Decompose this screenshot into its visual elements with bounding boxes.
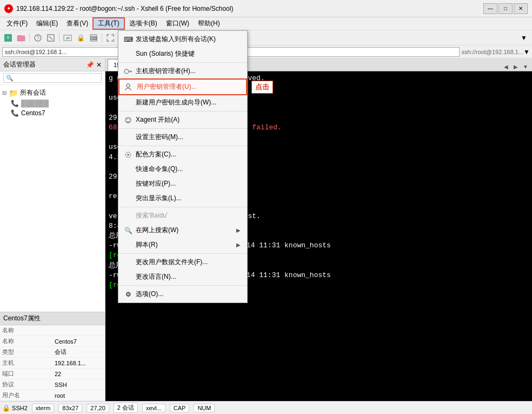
svg-point-21 <box>127 84 130 87</box>
tools-item-change-language-label: 更改语言(N)... <box>136 272 176 281</box>
tools-item-color-scheme-label: 配色方案(C)... <box>136 150 176 159</box>
tools-item-quick-commands[interactable]: 快速命令集(Q)... <box>118 162 247 176</box>
tools-item-new-user-key[interactable]: 新建用户密钥生成向导(W)... <box>118 95 247 110</box>
color-scheme-icon <box>123 150 134 159</box>
new-key-icon <box>123 98 134 107</box>
tools-item-options-label: 选项(O)... <box>136 290 163 299</box>
tools-item-change-user-folder[interactable]: 更改用户数据文件夹(F)... <box>118 255 247 270</box>
tools-item-user-key-manager[interactable]: 用户密钥管理者(U)... 点击 <box>118 78 247 95</box>
baidu-icon <box>123 212 134 220</box>
language-icon <box>123 273 134 281</box>
search-web-icon: 🔍 <box>123 226 134 235</box>
tools-menu: ⌨ 发送键盘输入到所有会话(K) Sun (Solaris) 快捷键 主机密钥管… <box>118 30 248 303</box>
tools-item-xagent[interactable]: Xagent 开始(A) <box>118 113 247 127</box>
tools-item-set-master-password-label: 设置主密码(M)... <box>136 133 183 142</box>
user-key-icon <box>124 83 135 91</box>
svg-point-23 <box>127 119 128 120</box>
sun-icon <box>123 50 134 58</box>
tools-item-quick-commands-label: 快速命令集(Q)... <box>136 165 183 174</box>
tools-item-send-keyboard-label: 发送键盘输入到所有会话(K) <box>136 35 216 44</box>
script-icon <box>123 241 134 249</box>
tools-item-options[interactable]: ⚙ 选项(O)... <box>118 287 247 301</box>
tools-item-host-key-manager[interactable]: 主机密钥管理者(H)... <box>118 64 247 78</box>
tools-item-color-scheme[interactable]: 配色方案(C)... <box>118 147 247 162</box>
tools-item-search-baidu: 搜索'Baidu' <box>118 208 247 223</box>
keyboard-icon: ⌨ <box>123 35 134 44</box>
tools-item-script-label: 脚本(R) <box>136 240 158 249</box>
svg-point-18 <box>124 69 129 74</box>
svg-point-24 <box>129 119 130 120</box>
tools-item-script[interactable]: 脚本(R) ▶ <box>118 238 247 252</box>
tools-item-new-user-key-label: 新建用户密钥生成向导(W)... <box>136 98 216 107</box>
quick-cmd-icon <box>123 165 134 174</box>
svg-point-26 <box>127 154 129 156</box>
click-callout: 点击 <box>251 81 273 94</box>
tools-item-search-web-label: 在网上搜索(W) <box>136 226 178 235</box>
tools-item-search-baidu-label: 搜索'Baidu' <box>136 211 168 220</box>
options-icon: ⚙ <box>123 290 134 299</box>
tools-section-5: 配色方案(C)... 快速命令集(Q)... 按键对应(P)... 突出显示集(… <box>118 146 247 207</box>
tools-item-user-key-manager-label: 用户密钥管理者(U)... <box>137 82 197 91</box>
highlight-icon <box>123 194 134 203</box>
tools-item-change-user-folder-label: 更改用户数据文件夹(F)... <box>136 258 208 267</box>
xagent-icon <box>123 116 134 124</box>
host-key-icon <box>123 67 134 76</box>
search-web-arrow: ▶ <box>236 227 241 233</box>
tools-section-2: 主机密钥管理者(H)... 用户密钥管理者(U)... 点击 新建用户密钥生成向… <box>118 63 247 111</box>
tools-item-host-key-manager-label: 主机密钥管理者(H)... <box>136 67 196 76</box>
tools-item-key-mapping-label: 按键对应(P)... <box>136 179 176 188</box>
tools-section-4: 设置主密码(M)... <box>118 129 247 146</box>
user-folder-icon <box>123 258 134 267</box>
tools-section-1: ⌨ 发送键盘输入到所有会话(K) Sun (Solaris) 快捷键 <box>118 31 247 63</box>
tools-item-sun-shortcut-label: Sun (Solaris) 快捷键 <box>136 49 195 58</box>
tools-item-send-keyboard[interactable]: ⌨ 发送键盘输入到所有会话(K) <box>118 32 247 47</box>
master-password-icon <box>123 133 134 142</box>
tools-section-3: Xagent 开始(A) <box>118 111 247 129</box>
tools-item-search-web[interactable]: 🔍 在网上搜索(W) ▶ <box>118 223 247 238</box>
dropdown-overlay[interactable]: ⌨ 发送键盘输入到所有会话(K) Sun (Solaris) 快捷键 主机密钥管… <box>0 0 532 414</box>
script-arrow: ▶ <box>236 242 241 248</box>
key-map-icon <box>123 180 134 188</box>
tools-item-xagent-label: Xagent 开始(A) <box>136 115 179 124</box>
tools-item-change-language[interactable]: 更改语言(N)... <box>118 270 247 284</box>
tools-item-highlight[interactable]: 突出显示集(L)... <box>118 191 247 206</box>
tools-item-sun-shortcut[interactable]: Sun (Solaris) 快捷键 <box>118 47 247 61</box>
tools-item-set-master-password[interactable]: 设置主密码(M)... <box>118 130 247 144</box>
tools-item-key-mapping[interactable]: 按键对应(P)... <box>118 176 247 191</box>
tools-item-highlight-label: 突出显示集(L)... <box>136 194 182 203</box>
tools-section-6: 搜索'Baidu' 🔍 在网上搜索(W) ▶ 脚本(R) ▶ <box>118 207 247 254</box>
tools-section-8: ⚙ 选项(O)... <box>118 286 247 303</box>
tools-section-7: 更改用户数据文件夹(F)... 更改语言(N)... <box>118 254 247 286</box>
